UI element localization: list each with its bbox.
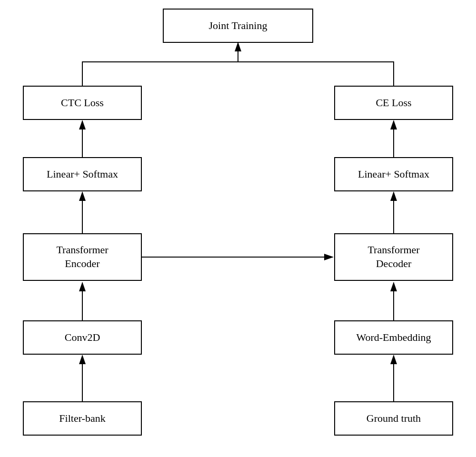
transformer-encoder-label: Transformer Encoder [56,243,108,270]
ctc-loss-label: CTC Loss [61,96,104,110]
joint-training-label: Joint Training [209,19,268,33]
linear-softmax-left-box: Linear+ Softmax [23,157,142,191]
word-embedding-label: Word-Embedding [356,331,431,345]
diagram-container: Joint Training CTC Loss CE Loss Linear+ … [0,0,476,457]
joint-training-box: Joint Training [163,9,313,43]
linear-softmax-left-label: Linear+ Softmax [47,168,118,181]
ground-truth-label: Ground truth [367,412,421,426]
word-embedding-box: Word-Embedding [334,320,453,355]
conv2d-box: Conv2D [23,320,142,355]
linear-softmax-right-box: Linear+ Softmax [334,157,453,191]
linear-softmax-right-label: Linear+ Softmax [358,168,429,181]
transformer-decoder-label: Transformer Decoder [367,243,419,270]
transformer-decoder-box: Transformer Decoder [334,233,453,281]
arrows-svg [0,0,476,457]
ground-truth-box: Ground truth [334,401,453,436]
conv2d-label: Conv2D [65,331,100,345]
ce-loss-box: CE Loss [334,86,453,120]
filter-bank-label: Filter-bank [59,412,105,426]
filter-bank-box: Filter-bank [23,401,142,436]
ce-loss-label: CE Loss [376,96,411,110]
transformer-encoder-box: Transformer Encoder [23,233,142,281]
ctc-loss-box: CTC Loss [23,86,142,120]
